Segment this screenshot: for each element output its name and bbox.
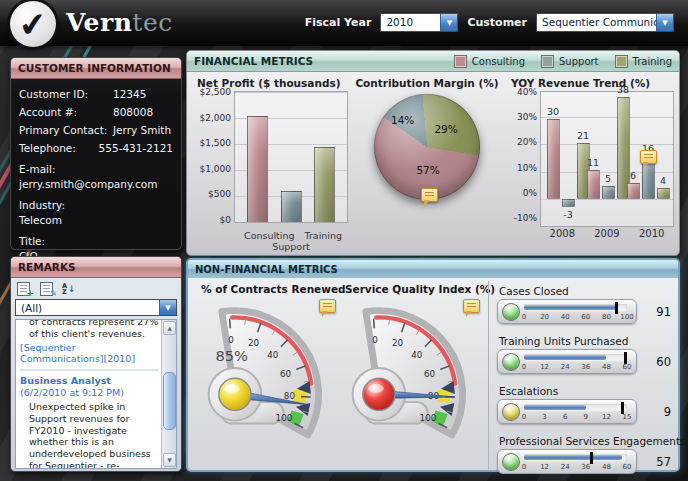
comment-note-icon[interactable] [421,188,438,202]
verntec-logo: ✔ [10,1,56,47]
pie-label-support: 14% [391,114,414,126]
slider-tick-labels: 01224364860 [524,363,627,373]
gauge-tick [374,319,375,329]
yoy-bar-support [602,186,615,199]
y-tick-label: 40% [517,87,537,97]
gauge-dial: 02040608010085% [196,296,342,444]
dropdown-arrow-icon[interactable]: ▼ [159,300,176,315]
y-tick-label: 10% [517,163,537,173]
scroll-up-icon[interactable]: ▲ [163,321,176,335]
status-led-icon [502,453,520,471]
legend-item-support: Support [541,55,599,68]
dropdown-arrow-icon[interactable]: ▼ [656,14,673,31]
panel-title: CUSTOMER INFORMATION [18,62,171,74]
scroll-down-icon[interactable]: ▼ [163,453,176,467]
net-profit-bars [235,92,347,222]
series-legend: Consulting Support Training [454,55,672,68]
contribution-margin-pie: 29% 57% 14% [374,94,480,200]
slider-tick-label: 40 [561,313,570,321]
fiscal-year-select[interactable]: 2010 ▼ [380,13,458,32]
slider-track[interactable] [524,404,627,412]
yoy-bar-consulting [627,183,640,199]
slider-tick-labels: 01224364860 [524,463,627,473]
slider-label: Escalations [499,385,671,397]
slider-tick-label: 12 [540,363,549,371]
legend-label: Consulting [472,56,525,67]
remarks-header: REMARKS [11,257,181,278]
slider-line: 0122436486057 [497,449,671,474]
top-header-bar: ✔ Verntec Fiscal Year 2010 ▼ Customer Se… [0,0,688,46]
support-swatch-icon [541,55,554,68]
remarks-filter-value: (All) [16,300,159,315]
slider[interactable]: 020406080100 [497,299,637,324]
slider-track[interactable] [524,304,627,312]
yoy-group-2010: 6164 [627,92,667,226]
comment-note-icon[interactable] [463,299,480,313]
yoy-bar-consulting [547,119,560,199]
slider-track[interactable] [524,354,627,362]
netprofit-bar-consulting [247,116,268,222]
slider-tick-label: 60 [623,463,632,471]
pie-label-training: 29% [434,123,457,135]
slider-tick-label: 80 [602,313,611,321]
down-arrow-icon: ↓ [68,284,76,294]
remark-tag[interactable]: [Sequentier Communications][2010] [20,342,159,366]
gauge-knob [363,378,395,410]
slider-tick-label: 36 [581,463,590,471]
y-tick-label: $2,000 [200,113,232,123]
y-axis-labels: $2,500$2,000$1,500$1,000$500$0 [192,87,234,225]
customer-field-row: Primary Contact:Jerry Smith [19,124,173,136]
financial-charts-row: Net Profit ($ thousands) $2,500$2,000$1,… [187,72,679,252]
field-label: Industry: [19,199,173,211]
slider[interactable]: 01224364860 [497,349,637,374]
remark-author-line: Business Analyst (6/2/2010 at 9:12 PM) [20,375,159,399]
slider[interactable]: 01224364860 [497,449,637,474]
gauge-value: 85% [215,347,248,364]
slider-value: 9 [637,405,671,419]
slider-tick-labels: 020406080100 [524,313,627,323]
remarks-panel: REMARKS + ✎ AZ↓ (All) ▼ of contracts rep… [10,256,182,472]
dropdown-arrow-icon[interactable]: ▼ [440,14,457,31]
legend-label: Support [559,56,599,67]
financial-metrics-header: FINANCIAL METRICS Consulting Support Tra… [187,51,679,72]
slider-track[interactable] [524,454,627,462]
remark-item[interactable]: Business Analyst (6/2/2010 at 9:12 PM)Un… [20,373,159,469]
gauge-tick-label: 40 [411,350,422,360]
remark-item[interactable]: of contracts represent 27% of this clien… [20,319,159,371]
gauge-tick-label: 100 [276,413,293,423]
slider[interactable]: 03691215 [497,399,637,424]
customer-field-stacked: Industry:Telecom [19,199,173,226]
gauge-tick-label: 20 [248,338,259,348]
edit-remark-icon[interactable]: ✎ [39,281,56,296]
x-tick-label: Training [305,230,343,241]
x-axis-labels: ConsultingTraining [234,229,348,241]
gauge-tick-label: 80 [284,391,295,401]
remarks-scrollbar[interactable]: ▲ ▼ [161,320,176,468]
y-tick-label: $0 [220,215,231,225]
non-financial-metrics-header: NON-FINANCIAL METRICS [188,260,678,278]
net-profit-chart: Net Profit ($ thousands) $2,500$2,000$1,… [192,75,348,252]
comment-note-icon[interactable] [319,299,336,313]
remarks-filter-select[interactable]: (All) ▼ [15,299,177,316]
fiscal-year-value: 2010 [381,14,440,31]
slider-row: Cases Closed02040608010091 [497,285,671,332]
slider-tick-label: 24 [561,463,570,471]
remarks-list-content: of contracts represent 27% of this clien… [20,319,159,469]
field-label: Customer ID: [19,88,113,100]
contracts-renewed-gauge: % of Contracts Renewed 02040608010085% [196,283,342,444]
field-label: Telephone: [19,142,99,154]
slider-line: 036912159 [497,399,671,424]
scrollbar-thumb[interactable] [163,372,176,430]
sort-remarks-icon[interactable]: AZ↓ [62,281,79,296]
gauge-label: Service Quality Index (%) [340,283,486,295]
netprofit-bar-training [314,147,335,222]
non-financial-body: % of Contracts Renewed 02040608010085% S… [188,278,678,469]
y-tick-label: 30% [517,112,537,122]
comment-note-icon[interactable] [640,150,657,164]
add-remark-icon[interactable]: + [16,281,33,296]
slider-row: Training Units Purchased0122436486060 [497,335,671,382]
non-financial-metrics-panel: NON-FINANCIAL METRICS % of Contracts Ren… [186,258,680,472]
consulting-swatch-icon [454,55,467,68]
slider-value: 60 [637,355,671,369]
customer-select[interactable]: Sequentier Communications ▼ [536,13,674,32]
